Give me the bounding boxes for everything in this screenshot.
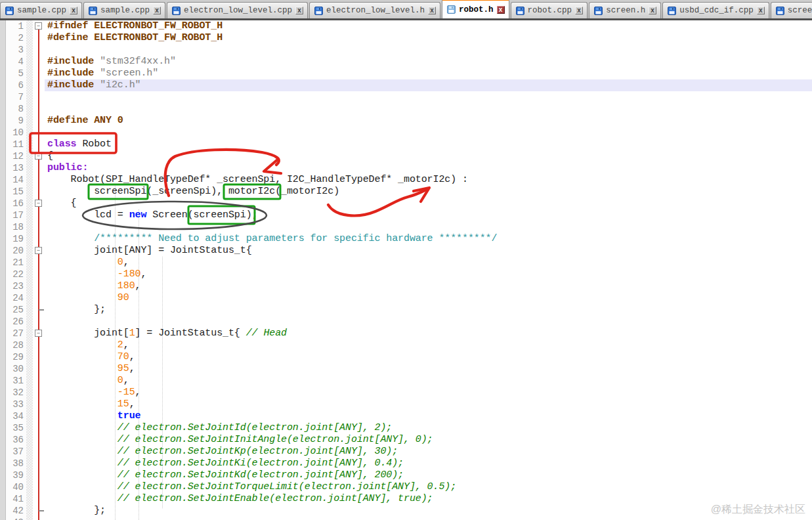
token-def: [47, 292, 118, 303]
fold-collapse-icon[interactable]: −: [35, 22, 42, 30]
token-def: Robot(SPI_HandleTypeDef* _screenSpi, I2C…: [47, 174, 468, 185]
line-number: 23: [6, 280, 26, 292]
tab-label: robot.h: [459, 5, 494, 14]
line-number: 5: [6, 68, 26, 79]
line-number: 15: [6, 186, 26, 198]
line-number: 13: [6, 162, 26, 174]
tab-label: sample.cpp: [100, 6, 150, 15]
code-line-1: #ifndef ELECTRONBOT_FW_ROBOT_H: [47, 20, 812, 32]
token-num: 15: [118, 399, 129, 410]
line-number: 2: [6, 32, 26, 44]
token-def: [47, 399, 118, 410]
token-num: 1: [129, 328, 135, 339]
code-line-25: };: [47, 304, 812, 316]
fold-collapse-icon[interactable]: −: [35, 152, 42, 160]
line-number: 28: [6, 339, 26, 351]
code-line-12: {: [47, 150, 812, 162]
code-line-29: 70,: [47, 351, 812, 363]
floppy-disk-icon: [776, 7, 784, 15]
code-line-26: [47, 316, 812, 328]
code-line-2: #define ELECTRONBOT_FW_ROBOT_H: [47, 32, 812, 44]
tab-label: screen.cpp: [788, 6, 812, 15]
fold-margin[interactable]: −−−−−: [33, 20, 45, 520]
tab-screen.cpp[interactable]: screen.cppx: [771, 2, 812, 18]
tab-sample.cpp[interactable]: sample.cppx: [0, 2, 82, 18]
tab-close-icon[interactable]: x: [649, 7, 656, 14]
line-number: 26: [6, 316, 26, 328]
code-line-28: 2,: [47, 339, 812, 351]
token-def: [47, 269, 118, 280]
code-area[interactable]: #ifndef ELECTRONBOT_FW_ROBOT_H#define EL…: [45, 20, 812, 520]
tab-robot.h[interactable]: robot.hx: [442, 0, 509, 18]
line-number: 19: [6, 233, 26, 245]
floppy-disk-icon: [594, 7, 603, 15]
code-line-32: -15,: [47, 387, 812, 399]
line-number: 34: [6, 410, 26, 422]
line-number: 30: [6, 363, 26, 375]
line-number: 39: [6, 469, 26, 481]
fold-guide-line: [38, 25, 39, 520]
token-def: };: [47, 304, 106, 315]
tab-close-icon[interactable]: x: [497, 6, 505, 14]
code-line-33: 15,: [47, 399, 812, 410]
line-number: 14: [6, 174, 26, 186]
token-def: [47, 257, 118, 268]
fold-collapse-icon[interactable]: −: [35, 330, 42, 337]
line-number: 33: [6, 399, 26, 410]
token-cml: // Head: [246, 328, 287, 339]
code-line-4: #include "stm32f4xx.h": [47, 56, 812, 68]
line-number: 22: [6, 269, 26, 280]
tab-usbd_cdc_if.cpp[interactable]: usbd_cdc_if.cppx: [662, 2, 769, 18]
token-pre: #include: [47, 68, 100, 79]
tab-screen.h[interactable]: screen.hx: [589, 2, 661, 18]
tab-electron_low_level.h[interactable]: electron_low_level.hx: [309, 2, 440, 18]
token-def: screenSpi(_screenSpi), motorI2c(_motorI2…: [47, 186, 339, 197]
code-line-17: lcd = new Screen(screenSpi);: [47, 209, 812, 221]
token-def: Screen(screenSpi);: [146, 209, 257, 221]
bookmark-margin[interactable]: [26, 20, 33, 520]
line-number: 27: [6, 328, 26, 339]
fold-collapse-icon[interactable]: −: [35, 247, 42, 254]
tab-close-icon[interactable]: x: [295, 7, 303, 14]
code-line-11: class Robot: [47, 139, 812, 150]
code-line-5: #include "screen.h": [47, 68, 812, 79]
line-number: 1: [6, 20, 26, 32]
line-number: 11: [6, 139, 26, 150]
code-line-19: /********* Need to adjust parameters for…: [47, 233, 812, 245]
code-line-41: // electron.SetJointEnable(electron.join…: [47, 493, 812, 505]
tab-close-icon[interactable]: x: [757, 7, 765, 14]
tab-electron_low_level.cpp[interactable]: electron_low_level.cppx: [167, 2, 308, 18]
code-editor[interactable]: 1234567891011121314151617181920212223242…: [0, 20, 812, 520]
code-line-42: };: [47, 505, 812, 517]
tab-label: electron_low_level.h: [326, 6, 425, 15]
line-number: 36: [6, 434, 26, 446]
fold-collapse-icon[interactable]: −: [35, 200, 42, 207]
code-line-38: // electron.SetJointKi(electron.joint[AN…: [47, 458, 812, 469]
tab-close-icon[interactable]: x: [428, 7, 436, 14]
token-num: 0: [118, 257, 123, 268]
line-number: 42: [6, 505, 26, 517]
code-line-30: 95,: [47, 363, 812, 375]
code-line-15: screenSpi(_screenSpi), motorI2c(_motorI2…: [47, 186, 812, 198]
line-number: 43: [6, 517, 26, 520]
editor-left-edge: [0, 20, 6, 520]
line-number: 6: [6, 79, 26, 91]
token-def: [47, 339, 118, 351]
tab-close-icon[interactable]: x: [70, 7, 77, 14]
token-def: };: [47, 505, 106, 516]
code-line-35: // electron.SetJointId(electron.joint[AN…: [47, 422, 812, 434]
token-def: ,: [123, 339, 129, 351]
token-def: ,: [129, 399, 135, 410]
token-kwp: class: [47, 139, 77, 150]
tab-robot.cpp[interactable]: robot.cppx: [511, 2, 588, 18]
tab-close-icon[interactable]: x: [575, 7, 583, 14]
code-line-18: [47, 221, 812, 233]
token-cml: // electron.SetJointKp(electron.joint[AN…: [47, 446, 398, 457]
line-number: 12: [6, 150, 26, 162]
token-num: -180: [118, 269, 141, 280]
token-def: ,: [129, 351, 135, 362]
tab-sample.cpp[interactable]: sample.cppx: [83, 2, 165, 18]
token-def: [47, 387, 118, 398]
token-def: ,: [140, 269, 146, 280]
tab-close-icon[interactable]: x: [153, 7, 161, 14]
